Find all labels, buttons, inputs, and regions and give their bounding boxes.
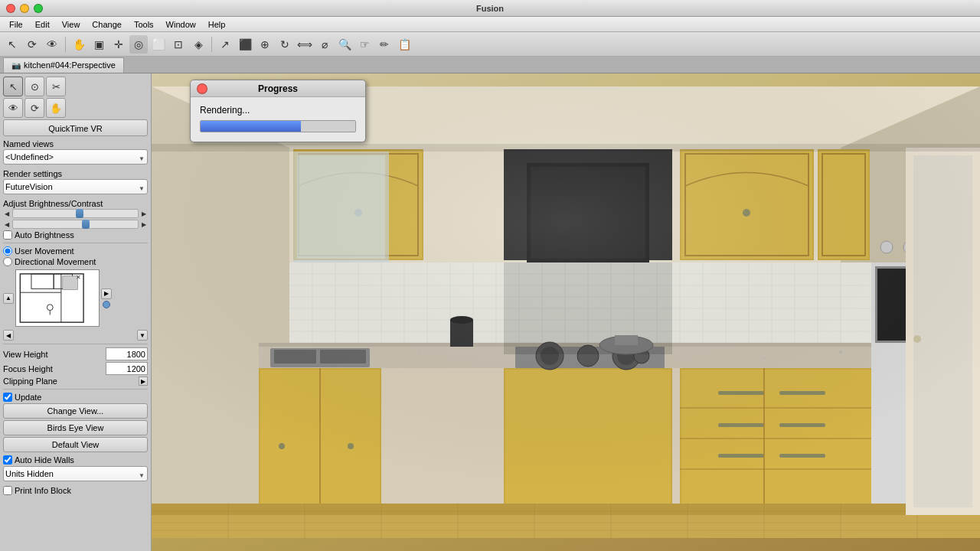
zoom-icon[interactable]: 🔍 bbox=[335, 35, 354, 54]
view-tab-perspective[interactable]: 📷 kitchen#044:Perspective bbox=[3, 57, 124, 73]
orbit2-tool-btn[interactable]: ⟳ bbox=[24, 98, 44, 118]
scissors-tool-btn[interactable]: ✂ bbox=[46, 77, 66, 96]
brightness-left-arrow[interactable]: ◀ bbox=[3, 210, 11, 217]
hand-tool-btn[interactable]: ✋ bbox=[46, 98, 66, 118]
box-shaded-icon[interactable]: ⬜ bbox=[149, 35, 168, 54]
birds-eye-button[interactable]: Birds Eye View bbox=[3, 420, 148, 435]
floorplan-canvas[interactable]: ✕ bbox=[15, 269, 100, 327]
menu-view[interactable]: View bbox=[56, 17, 87, 32]
view-height-input[interactable]: 1800 bbox=[106, 347, 148, 360]
contrast-track[interactable] bbox=[12, 220, 139, 229]
maximize-button[interactable] bbox=[34, 4, 43, 13]
kitchen-render: Progress Rendering... bbox=[152, 73, 980, 551]
brightness-right-arrow[interactable]: ▶ bbox=[140, 210, 148, 217]
select-tool-btn[interactable]: ↖ bbox=[3, 77, 23, 96]
orbit-tool-icon[interactable]: ⟳ bbox=[23, 35, 41, 54]
menu-tools[interactable]: Tools bbox=[128, 17, 160, 32]
contrast-thumb[interactable] bbox=[82, 220, 90, 229]
auto-brightness-checkbox[interactable] bbox=[3, 230, 12, 240]
contrast-right-arrow[interactable]: ▶ bbox=[140, 221, 148, 228]
crosshair-tool-icon[interactable]: ✛ bbox=[109, 35, 128, 54]
target-tool-icon[interactable]: ◎ bbox=[129, 35, 148, 54]
svg-rect-129 bbox=[152, 86, 980, 538]
menu-change[interactable]: Change bbox=[86, 17, 128, 32]
named-views-label: Named views bbox=[3, 139, 148, 148]
auto-brightness-row: Auto Brightness bbox=[3, 230, 148, 240]
close-button[interactable] bbox=[6, 4, 15, 13]
progress-dialog: Progress Rendering... bbox=[190, 80, 366, 142]
viewport[interactable]: Progress Rendering... bbox=[152, 73, 980, 551]
svg-rect-5 bbox=[63, 276, 77, 290]
brightness-track[interactable] bbox=[12, 209, 139, 218]
book-icon[interactable]: 📋 bbox=[395, 35, 413, 54]
menu-file[interactable]: File bbox=[3, 17, 29, 32]
box-iso-icon[interactable]: ◈ bbox=[189, 35, 207, 54]
menu-window[interactable]: Window bbox=[160, 17, 202, 32]
focus-height-row: Focus Height 1200 bbox=[3, 362, 148, 375]
cursor2-icon[interactable]: ↗ bbox=[216, 35, 234, 54]
tool-row-1: ↖ ⊙ ✂ bbox=[3, 77, 148, 96]
render-settings-wrapper: FutureVision bbox=[3, 179, 148, 197]
box-wire-icon[interactable]: ⊡ bbox=[169, 35, 188, 54]
change-view-button[interactable]: Change View... bbox=[3, 403, 148, 419]
walk-tool-icon[interactable]: 👁 bbox=[43, 35, 61, 54]
contrast-left-arrow[interactable]: ◀ bbox=[3, 221, 11, 228]
print-info-checkbox[interactable] bbox=[3, 486, 12, 495]
app-title: Fusion bbox=[476, 4, 504, 13]
title-bar: Fusion bbox=[0, 0, 980, 17]
view-height-label: View Height bbox=[3, 350, 48, 359]
progress-close-button[interactable] bbox=[197, 83, 207, 94]
left-panel: ↖ ⊙ ✂ 👁 ⟳ ✋ QuickTime VR Named views <Un… bbox=[0, 73, 152, 551]
update-checkbox[interactable] bbox=[3, 393, 12, 402]
svg-text:✕: ✕ bbox=[76, 274, 81, 281]
move-icon[interactable]: ⊕ bbox=[256, 35, 274, 54]
window-controls bbox=[6, 4, 43, 13]
units-hidden-wrapper: Units Hidden bbox=[3, 466, 148, 484]
tool-row-2: 👁 ⟳ ✋ bbox=[3, 98, 148, 118]
clipping-arrow-btn[interactable]: ▶ bbox=[139, 377, 148, 386]
cursor-tool-icon[interactable]: ↖ bbox=[3, 35, 21, 54]
brightness-thumb[interactable] bbox=[76, 209, 83, 218]
menu-edit[interactable]: Edit bbox=[29, 17, 56, 32]
progress-bar-fill bbox=[201, 121, 301, 132]
clipping-plane-row: Clipping Plane ▶ bbox=[3, 377, 148, 386]
units-hidden-select[interactable]: Units Hidden bbox=[3, 466, 148, 481]
floorplan-area: ▲ ✕ ▶ bbox=[3, 269, 148, 327]
hand-icon[interactable]: ☞ bbox=[355, 35, 374, 54]
frame-tool-icon[interactable]: ▣ bbox=[90, 35, 108, 54]
view-tab-bar: 📷 kitchen#044:Perspective bbox=[0, 57, 980, 73]
user-movement-radio[interactable] bbox=[3, 246, 12, 256]
directional-movement-label: Directional Movement bbox=[15, 257, 96, 266]
eye-tool-btn[interactable]: 👁 bbox=[3, 98, 23, 118]
minimize-button[interactable] bbox=[20, 4, 29, 13]
fp-side-controls: ▶ bbox=[101, 289, 112, 308]
auto-hide-walls-checkbox[interactable] bbox=[3, 455, 12, 465]
ring-tool-btn[interactable]: ⊙ bbox=[24, 77, 44, 96]
directional-movement-radio[interactable] bbox=[3, 257, 12, 266]
user-movement-label: User Movement bbox=[15, 246, 74, 256]
pencil-icon[interactable]: ✏ bbox=[375, 35, 394, 54]
focus-height-input[interactable]: 1200 bbox=[106, 362, 148, 375]
lasso-icon[interactable]: ⌀ bbox=[315, 35, 334, 54]
rotate-icon[interactable]: ↻ bbox=[276, 35, 294, 54]
default-view-button[interactable]: Default View bbox=[3, 437, 148, 452]
auto-brightness-label: Auto Brightness bbox=[15, 230, 74, 240]
menu-help[interactable]: Help bbox=[202, 17, 232, 32]
fp-right-btn[interactable]: ▶ bbox=[101, 289, 112, 299]
focus-height-label: Focus Height bbox=[3, 364, 53, 373]
progress-dialog-title: Progress bbox=[191, 80, 365, 97]
pan-tool-icon[interactable]: ✋ bbox=[70, 35, 88, 54]
cube-icon[interactable]: ⬛ bbox=[236, 35, 254, 54]
toolbar-sep-2 bbox=[211, 37, 212, 52]
named-views-select[interactable]: <Undefined> bbox=[3, 149, 148, 165]
render-settings-select[interactable]: FutureVision bbox=[3, 179, 148, 194]
fp-left-btn[interactable]: ◀ bbox=[3, 330, 14, 341]
progress-bar-track bbox=[200, 120, 356, 132]
auto-hide-walls-row: Auto Hide Walls bbox=[3, 455, 148, 465]
fp-down-btn[interactable]: ▼ bbox=[137, 330, 148, 341]
scale-icon[interactable]: ⟺ bbox=[296, 35, 314, 54]
fp-up-btn[interactable]: ▲ bbox=[3, 293, 14, 304]
fp-center-dot[interactable] bbox=[103, 301, 110, 308]
menu-bar: File Edit View Change Tools Window Help bbox=[0, 17, 980, 32]
qtvr-button[interactable]: QuickTime VR bbox=[3, 119, 148, 136]
